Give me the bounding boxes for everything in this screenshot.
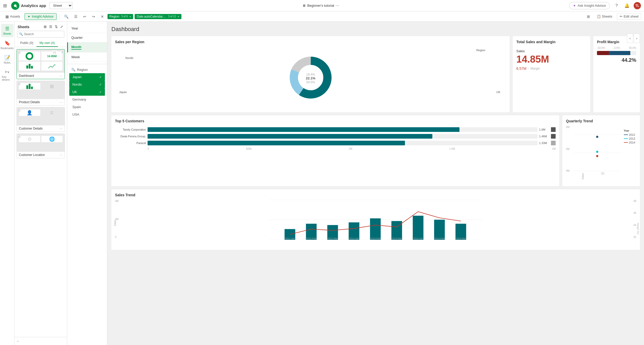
- filter-item-year[interactable]: Year: [67, 24, 107, 33]
- qt-y-6m: 6M: [566, 126, 570, 129]
- selections-btn[interactable]: ☰: [72, 13, 80, 20]
- preview-grid: 14.85M: [17, 49, 65, 73]
- bar-track-tandy: [148, 127, 538, 132]
- sheets-button[interactable]: 📋 Sheets: [594, 13, 615, 19]
- preview-cell-p2: ⊞: [41, 83, 63, 89]
- sheet-card-dashboard[interactable]: ⊙ #1 ↗ 14.85M: [17, 49, 65, 79]
- sheet-selector[interactable]: Sheet: [49, 2, 73, 9]
- region-option-germany[interactable]: Germany: [69, 96, 105, 103]
- sidebar-tab-notes[interactable]: 📝 Notes: [1, 53, 13, 66]
- tutorial-label: Beginner's tutorial: [307, 4, 334, 8]
- region-spain-label: Spain: [72, 105, 81, 109]
- region-option-spain[interactable]: Spain: [69, 103, 105, 111]
- sheets-search-input[interactable]: [17, 31, 64, 38]
- trend-y-label: Sales: [114, 220, 117, 226]
- sheet-more-customer[interactable]: ···: [59, 126, 63, 131]
- grid-view-icon[interactable]: ⊞: [43, 24, 47, 29]
- sidebar-tab-sheets[interactable]: ☰ Sheets: [1, 24, 13, 37]
- ask-advisor-label: Ask Insight Advisor: [578, 4, 606, 8]
- mini-col-2: [26, 84, 33, 89]
- region-filter-header: 🔍 Region: [69, 66, 105, 73]
- date-filter-close[interactable]: ×: [178, 15, 179, 18]
- ask-advisor-button[interactable]: ✦ Ask Insight Advisor: [569, 2, 610, 9]
- region-option-japan[interactable]: Japan ✓: [69, 73, 105, 81]
- main-content: Dashboard ‹ › Sales per Region Region No…: [107, 22, 644, 345]
- trend-bar-5: [370, 218, 381, 240]
- qt-legend-year-2013: 2013: [629, 137, 635, 140]
- sidebar-tab-key-drivers[interactable]: 🗝 Key drivers: [1, 67, 13, 83]
- sparkle-icon: ✦: [573, 4, 576, 8]
- filter-item-quarter[interactable]: Quarter: [67, 33, 107, 42]
- edit-sheet-button[interactable]: ✏ Edit sheet: [617, 13, 641, 20]
- donut-japan-label: Japan: [119, 91, 127, 94]
- edit-icon: ✏: [620, 14, 623, 18]
- x-2013mar: 2013-Mar: [392, 237, 402, 240]
- forward-btn[interactable]: ↪: [90, 13, 97, 20]
- insight-advisor-tab[interactable]: ✦ Insight Advisor: [25, 13, 57, 20]
- assets-tab[interactable]: ▦ Assets: [3, 13, 23, 20]
- sidebar-tab-bookmarks[interactable]: 🔖 Bookmarks: [1, 38, 13, 52]
- region-filter-close[interactable]: ×: [129, 15, 131, 18]
- region-option-uk[interactable]: UK ✓: [69, 88, 105, 96]
- region-nordic-label: Nordic: [72, 82, 82, 86]
- sheet-more-location[interactable]: ···: [59, 153, 63, 157]
- avatar[interactable]: TL: [634, 2, 641, 9]
- region-filter-title: Region: [77, 68, 88, 72]
- sales-trend-svg: 2012-Jan 2012-Feb 2012-Mar 2013-Jan 2013…: [121, 200, 630, 240]
- qt-svg: [574, 128, 621, 177]
- sheet-name-customer: Customer Details: [19, 127, 43, 130]
- sheets-tab-icon: ☰: [5, 26, 9, 32]
- total-sales-content: Sales 14.85M 6.57M · Margin: [516, 49, 587, 71]
- sheet-card-customer-location[interactable]: ⊙ ⊙ 🌐 Customer Location ···: [17, 133, 65, 158]
- sheet-card-customer-details[interactable]: ⊙ 👤 ☰ Customer Details ···: [17, 107, 65, 132]
- clear-btn[interactable]: ✕: [99, 13, 106, 20]
- region-filter-tag[interactable]: Region 3 of 6 ×: [108, 14, 133, 19]
- trend-y-0: 0: [115, 236, 119, 238]
- region-option-usa[interactable]: USA: [69, 111, 105, 118]
- grid-icon[interactable]: ⊞: [3, 3, 7, 9]
- expand-icon[interactable]: ⤢: [59, 24, 64, 29]
- sheet-card-preview-customer: ⊙ 👤 ☰: [17, 107, 65, 125]
- nav-next[interactable]: ›: [634, 34, 640, 43]
- collapse-btn[interactable]: ←: [14, 337, 67, 345]
- mini-col: [26, 64, 33, 69]
- preview-grid-4: ⊙ 🌐: [17, 134, 65, 152]
- filter-item-month[interactable]: Month: [67, 42, 107, 52]
- region-option-nordic[interactable]: Nordic ✓: [69, 81, 105, 88]
- bar-value-tandy: 1.6M: [539, 128, 549, 131]
- nav-prev[interactable]: ‹: [627, 34, 633, 43]
- list-view-icon[interactable]: ☰: [48, 24, 53, 29]
- smart-search-btn[interactable]: 🔍: [62, 13, 71, 20]
- card-tl-icon: ⊙: [18, 51, 21, 54]
- date-filter-tag[interactable]: Date.autoCalendar.... 3 of 12 ×: [135, 14, 181, 19]
- bar-label-deak: Deak-Perera Group.: [115, 135, 146, 138]
- subtab-public[interactable]: Public (0): [17, 40, 36, 47]
- qlik-icon-svg: [11, 2, 19, 10]
- bar-x-axis: 0 500k 1M 1.5M 2M: [115, 147, 556, 150]
- trend-yr-44: 44: [633, 224, 636, 227]
- notifications-button[interactable]: 🔔: [623, 2, 631, 9]
- sheet-card-product-details[interactable]: ⊙ ⊞: [17, 81, 65, 106]
- margin-suffix: ·: [528, 66, 529, 70]
- sheet-more-product[interactable]: ···: [59, 100, 63, 104]
- filter-item-week[interactable]: Week: [67, 52, 107, 62]
- more-options-icon[interactable]: ···: [336, 3, 339, 8]
- sort-icon[interactable]: ⇅: [54, 24, 58, 29]
- sheet-more-dashboard[interactable]: ···: [59, 74, 63, 78]
- x-2012feb: 2012-Feb: [306, 237, 317, 240]
- subtab-my-own[interactable]: My own (4): [36, 40, 58, 47]
- card-tl-icon-2: ⊙: [18, 82, 21, 86]
- grid-view-btn[interactable]: ⊞: [585, 13, 592, 20]
- bar1: [26, 65, 28, 69]
- qt-y-5m: 5M: [566, 148, 570, 151]
- bar-value-paracel: 1.33M: [539, 141, 549, 145]
- pbar3: [31, 87, 33, 89]
- help-button[interactable]: ?: [613, 2, 620, 9]
- margin-row: 6.57M · Margin: [516, 66, 587, 71]
- sheet-name-dashboard: Dashboard: [19, 74, 34, 78]
- qt-title: Quarterly Trend: [566, 119, 636, 123]
- bar-mini-tandy: [551, 127, 556, 132]
- dashboard-title: Dashboard: [111, 26, 640, 33]
- back-btn[interactable]: ↩: [81, 13, 88, 20]
- sheet-selector-wrap[interactable]: Sheet: [49, 2, 73, 9]
